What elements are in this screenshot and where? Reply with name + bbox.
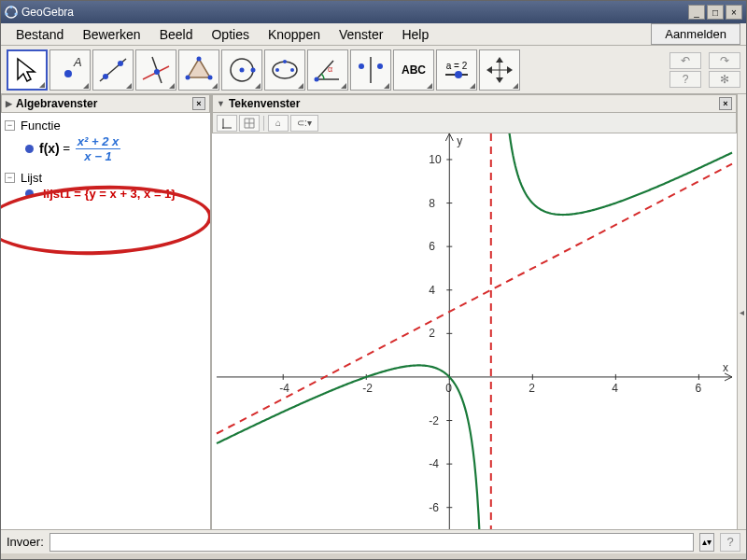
list-definition: lijst1 = {y = x + 3, x = 1} bbox=[43, 187, 176, 201]
function-fraction: x² + 2 x x − 1 bbox=[76, 134, 120, 163]
toggle-icon[interactable]: − bbox=[5, 173, 15, 183]
algebra-panel: ▶ Algebravenster × − Functie f(x) = x² +… bbox=[1, 94, 212, 529]
svg-point-20 bbox=[275, 68, 279, 72]
window-title: GeoGebra bbox=[21, 6, 74, 19]
circle-center-tool[interactable] bbox=[221, 49, 262, 91]
category-label: Lijst bbox=[21, 171, 42, 185]
point-tool[interactable]: A bbox=[49, 49, 91, 91]
reflect-icon bbox=[354, 53, 388, 87]
title-bar: GeoGebra _ □ × bbox=[1, 1, 746, 23]
svg-line-64 bbox=[217, 164, 732, 434]
slider-tool[interactable]: a = 2 bbox=[436, 49, 477, 91]
close-button[interactable]: × bbox=[726, 5, 742, 20]
toggle-grid-button[interactable] bbox=[239, 115, 260, 132]
svg-text:-2: -2 bbox=[429, 414, 439, 427]
svg-text:6: 6 bbox=[695, 382, 701, 395]
input-dropdown[interactable]: ▴▾ bbox=[699, 533, 714, 552]
collapse-icon[interactable]: ▼ bbox=[217, 99, 225, 108]
maximize-button[interactable]: □ bbox=[707, 5, 724, 20]
settings-button[interactable]: ✻ bbox=[709, 71, 740, 88]
svg-text:y: y bbox=[457, 134, 462, 147]
menu-edit[interactable]: Bewerken bbox=[73, 24, 149, 45]
svg-point-27 bbox=[377, 63, 383, 69]
graphics-panel: ▼ Tekenvenster × ⌂ ⊂:▾ xy-4-20246-6-4-22… bbox=[212, 94, 737, 529]
svg-point-3 bbox=[6, 13, 8, 16]
side-tab[interactable]: ◂ bbox=[737, 94, 746, 529]
graphics-close-button[interactable]: × bbox=[719, 97, 732, 110]
svg-text:-4: -4 bbox=[279, 382, 289, 395]
conic-tool[interactable] bbox=[264, 49, 305, 91]
svg-text:0: 0 bbox=[445, 382, 452, 395]
default-view-button[interactable]: ⌂ bbox=[268, 115, 289, 132]
svg-text:2: 2 bbox=[429, 327, 435, 340]
svg-text:4: 4 bbox=[429, 284, 435, 297]
tool-bar: A α ABC a = 2 ↶ ↷ ? ✻ bbox=[1, 46, 746, 94]
angle-icon: α bbox=[311, 53, 345, 87]
point-capture-button[interactable]: ⊂:▾ bbox=[290, 115, 318, 132]
svg-point-7 bbox=[103, 74, 108, 79]
svg-text:α: α bbox=[328, 64, 332, 74]
angle-tool[interactable]: α bbox=[307, 49, 348, 91]
toolbar-right: ↶ ↷ ? ✻ bbox=[669, 52, 740, 88]
svg-text:x: x bbox=[723, 361, 728, 374]
undo-button[interactable]: ↶ bbox=[669, 52, 701, 69]
signin-button[interactable]: Aanmelden bbox=[651, 23, 740, 45]
svg-point-17 bbox=[240, 67, 245, 72]
collapse-icon[interactable]: ▶ bbox=[6, 99, 12, 108]
svg-text:8: 8 bbox=[429, 197, 435, 210]
menu-tools[interactable]: Knoppen bbox=[259, 24, 330, 45]
algebra-panel-title: Algebravenster bbox=[16, 97, 97, 110]
slider-icon: a = 2 bbox=[445, 61, 468, 78]
axes-icon bbox=[220, 117, 233, 130]
visibility-dot[interactable] bbox=[25, 145, 34, 153]
algebra-body[interactable]: − Functie f(x) = x² + 2 x x − 1 − Lijst … bbox=[1, 113, 210, 529]
move-graphics-tool[interactable] bbox=[479, 49, 520, 91]
algebra-close-button[interactable]: × bbox=[192, 97, 205, 110]
polygon-icon bbox=[182, 53, 216, 87]
svg-text:A: A bbox=[73, 55, 82, 69]
reflect-tool[interactable] bbox=[350, 49, 391, 91]
svg-point-13 bbox=[197, 56, 202, 61]
redo-button[interactable]: ↷ bbox=[709, 52, 740, 69]
polygon-tool[interactable] bbox=[178, 49, 219, 91]
move-tool[interactable] bbox=[7, 49, 48, 91]
tree-item-function[interactable]: f(x) = x² + 2 x x − 1 bbox=[21, 134, 206, 163]
input-help-button[interactable]: ? bbox=[720, 533, 740, 552]
minimize-button[interactable]: _ bbox=[688, 5, 705, 20]
input-field[interactable] bbox=[49, 533, 694, 552]
graphics-panel-header[interactable]: ▼ Tekenvenster × bbox=[212, 94, 737, 113]
svg-point-2 bbox=[15, 13, 18, 16]
menu-options[interactable]: Opties bbox=[202, 24, 258, 45]
ellipse-icon bbox=[268, 53, 302, 87]
tree-item-list1[interactable]: lijst1 = {y = x + 3, x = 1} bbox=[21, 187, 206, 201]
perpendicular-tool[interactable] bbox=[135, 49, 176, 91]
input-label: Invoer: bbox=[7, 535, 44, 549]
svg-marker-12 bbox=[188, 59, 210, 77]
svg-text:6: 6 bbox=[429, 240, 435, 253]
menu-help[interactable]: Help bbox=[392, 24, 438, 45]
svg-text:2: 2 bbox=[529, 382, 535, 395]
tree-category-function[interactable]: − Functie bbox=[5, 119, 206, 133]
algebra-panel-header[interactable]: ▶ Algebravenster × bbox=[1, 94, 210, 113]
line-tool[interactable] bbox=[92, 49, 134, 91]
menu-file[interactable]: Bestand bbox=[7, 24, 73, 45]
svg-point-15 bbox=[186, 75, 190, 79]
help-tool-button[interactable]: ? bbox=[669, 71, 701, 88]
svg-text:-6: -6 bbox=[429, 501, 439, 514]
svg-point-14 bbox=[208, 75, 213, 79]
svg-point-22 bbox=[283, 60, 287, 63]
point-icon: A bbox=[53, 53, 87, 87]
text-tool[interactable]: ABC bbox=[393, 49, 434, 91]
visibility-dot[interactable] bbox=[25, 189, 34, 198]
menu-view[interactable]: Beeld bbox=[150, 24, 203, 45]
tree-category-list[interactable]: − Lijst bbox=[5, 171, 206, 185]
graphics-canvas[interactable]: xy-4-20246-6-4-2246810 bbox=[212, 133, 737, 529]
svg-point-21 bbox=[290, 68, 294, 72]
svg-text:4: 4 bbox=[612, 382, 618, 395]
app-icon bbox=[5, 6, 18, 19]
input-bar: Invoer: ▴▾ ? bbox=[1, 529, 746, 553]
menu-window[interactable]: Venster bbox=[330, 24, 392, 45]
toggle-icon[interactable]: − bbox=[5, 120, 15, 131]
grid-icon bbox=[243, 117, 256, 130]
toggle-axes-button[interactable] bbox=[217, 115, 237, 132]
